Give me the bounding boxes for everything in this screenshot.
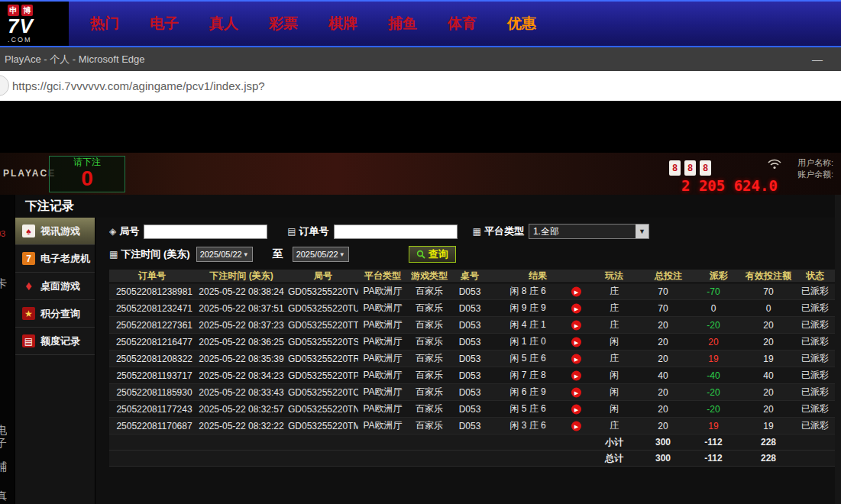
nav-item-fishing[interactable]: 捕鱼	[388, 14, 417, 34]
cell-status: 已派彩	[795, 418, 835, 435]
cell-time: 2025-05-22 08:37:23	[195, 317, 288, 334]
bet-records-modal: 下注记录 ♠ 视讯游戏 7 电子老虎机 ♦ 桌面游戏 ★ 积分查询	[15, 195, 835, 504]
cell-valid: 19	[742, 418, 795, 435]
cell-result: 闲 4 庄 1	[509, 319, 545, 330]
url-text[interactable]: https://gci.7vvvvvv.com/agingame/pcv1/in…	[12, 79, 265, 92]
table-row: 250522081208322 2025-05-22 08:35:39 GD05…	[109, 351, 835, 367]
game-background: PLAYACE 请下注 0 8 8 8 2 205 624.0 用户名称: 账户…	[0, 153, 841, 195]
nav-item-live[interactable]: 真人	[209, 14, 238, 34]
sidebar-item-live-games[interactable]: ♠ 视讯游戏	[15, 218, 95, 245]
replay-play-button[interactable]: ▶	[571, 303, 581, 313]
cell-result: 闲 8 庄 6	[509, 286, 545, 296]
cell-result: 闲 3 庄 6	[509, 420, 545, 431]
window-title: PlayAce - 个人 - Microsoft Edge	[5, 53, 145, 66]
search-button[interactable]: 查询	[409, 246, 456, 263]
subtotal-row: 小计 300 -112 228	[109, 435, 835, 451]
cell-game: 百家乐	[407, 418, 451, 435]
cell-table: D053	[451, 384, 488, 401]
cell-round: GD053255220TV	[288, 283, 358, 300]
cell-payout: 20	[708, 337, 718, 347]
cell-round: GD053255220TT	[288, 317, 358, 334]
replay-play-button[interactable]: ▶	[571, 337, 581, 347]
order-label: ▤ 订单号	[287, 225, 328, 238]
cell-play: 庄	[587, 351, 641, 367]
cell-table: D053	[451, 300, 488, 317]
cell-play: 闲	[587, 334, 641, 351]
search-icon	[416, 250, 425, 259]
replay-play-button[interactable]: ▶	[571, 404, 581, 414]
cell-play: 庄	[587, 317, 641, 334]
chevron-down-icon: ▼	[339, 251, 345, 258]
date-from-select[interactable]: 2025/05/22 ▼	[196, 247, 253, 262]
replay-play-button[interactable]: ▶	[571, 354, 581, 363]
table-row: 250522081185930 2025-05-22 08:33:43 GD05…	[109, 384, 835, 401]
table-row: 250522081238981 2025-05-22 08:38:24 GD05…	[109, 283, 835, 300]
nav-item-hot[interactable]: 热门	[90, 14, 119, 34]
cell-payout: 19	[708, 354, 718, 364]
filter-row-2: ▦ 下注时间 (美东) 2025/05/22 ▼ 至 2025/05/22 ▼	[109, 246, 835, 263]
nav-item-promo[interactable]: 优惠	[507, 14, 536, 34]
cell-time: 2025-05-22 08:32:22	[195, 418, 288, 435]
sidebar-item-credit-records[interactable]: ▤ 额度记录	[15, 328, 95, 355]
grand-total-total-bet: 300	[641, 451, 696, 467]
bg-fragment: 真	[0, 489, 13, 503]
cell-time: 2025-05-22 08:37:51	[195, 300, 288, 317]
header-time: 下注时间 (美东)	[195, 270, 288, 283]
minimize-button[interactable]: —	[807, 53, 827, 66]
cell-order: 250522081193717	[109, 367, 195, 384]
sidebar-item-points-query[interactable]: ★ 积分查询	[15, 300, 95, 328]
replay-play-button[interactable]: ▶	[571, 421, 581, 431]
clipped-background-menu: 03 卡 电子 捕 真	[0, 195, 15, 504]
cell-round: GD053255220TN	[288, 401, 358, 418]
header-status: 状态	[795, 270, 835, 283]
nav-item-slots[interactable]: 电子	[150, 14, 179, 34]
sidebar-item-table-games[interactable]: ♦ 桌面游戏	[15, 273, 95, 300]
nav-item-sports[interactable]: 体育	[448, 14, 477, 34]
replay-play-button[interactable]: ▶	[571, 387, 581, 397]
replay-play-button[interactable]: ▶	[571, 286, 581, 296]
cell-status: 已派彩	[795, 384, 835, 401]
card-icon: 8	[700, 160, 711, 176]
cell-valid: 20	[742, 334, 795, 351]
order-number-input[interactable]	[334, 225, 458, 239]
playing-card-icon: ♠	[22, 225, 35, 237]
cell-result: 闲 1 庄 0	[509, 336, 545, 347]
grand-total-valid-bet: 228	[742, 451, 795, 467]
nav-item-lottery[interactable]: 彩票	[269, 14, 298, 34]
address-bar[interactable]: https://gci.7vvvvvv.com/agingame/pcv1/in…	[0, 71, 841, 101]
round-number-input[interactable]	[144, 225, 267, 239]
platform-type-select[interactable]: 1.全部 ▼	[529, 224, 649, 239]
nav-item-cards[interactable]: 棋牌	[328, 14, 357, 34]
cell-total: 20	[641, 418, 696, 435]
card-icon: 8	[684, 160, 696, 176]
search-button-label: 查询	[429, 247, 448, 261]
cell-valid: 20	[742, 401, 795, 418]
replay-play-button[interactable]: ▶	[571, 320, 581, 330]
header-result: 结果	[488, 270, 587, 283]
cell-round: GD053255220TR	[288, 351, 358, 367]
cell-total: 20	[641, 384, 696, 401]
table-header-row: 订单号 下注时间 (美东) 局号 平台类型 游戏类型 桌号 结果 玩法 总投注 …	[109, 270, 835, 283]
cell-result: 闲 9 庄 9	[509, 302, 545, 313]
cell-status: 已派彩	[795, 351, 835, 367]
header-game: 游戏类型	[407, 270, 451, 283]
header-platform: 平台类型	[358, 270, 407, 283]
user-info: 用户名称: 账户余额:	[797, 157, 833, 180]
subtotal-payout: -112	[696, 435, 742, 451]
cell-result: 闲 6 庄 9	[509, 386, 545, 397]
cell-status: 已派彩	[795, 367, 835, 384]
to-label: 至	[273, 247, 283, 261]
back-button-icon[interactable]	[0, 75, 9, 96]
scrollbar-track[interactable]	[835, 195, 841, 504]
sidebar-item-slot-machines[interactable]: 7 电子老虎机	[15, 245, 95, 273]
date-to-select[interactable]: 2025/05/22 ▼	[293, 247, 349, 262]
user-label: 用户名称:	[797, 157, 833, 169]
grand-total-row: 总计 300 -112 228	[109, 451, 835, 467]
site-logo[interactable]: 申 博 7V .COM	[0, 2, 69, 46]
cell-table: D053	[451, 317, 488, 334]
subtotal-valid-bet: 228	[742, 435, 795, 451]
cell-game: 百家乐	[407, 283, 451, 300]
replay-play-button[interactable]: ▶	[571, 370, 581, 380]
cell-game: 百家乐	[407, 317, 451, 334]
cell-total: 40	[641, 367, 696, 384]
